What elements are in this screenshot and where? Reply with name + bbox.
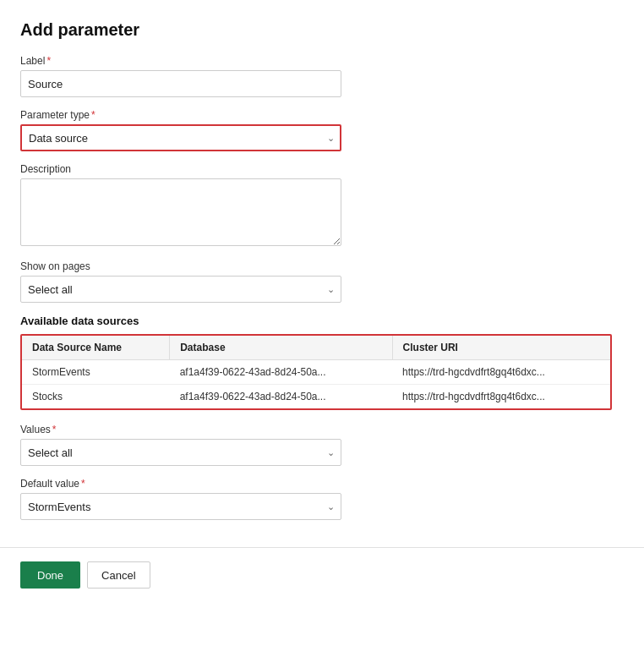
label-group: Label*: [20, 55, 622, 97]
cancel-button[interactable]: Cancel: [87, 561, 150, 589]
show-on-pages-wrapper: Select all ⌄: [20, 276, 341, 303]
col-header-name: Data Source Name: [22, 336, 170, 360]
data-table-wrapper: Data Source Name Database Cluster URI St…: [20, 334, 612, 410]
row-cluster-uri: https://trd-hgcdvdfrt8gq4t6dxc...: [392, 360, 610, 385]
required-star-type: *: [91, 109, 96, 121]
values-label: Values*: [20, 424, 622, 435]
parameter-type-label: Parameter type*: [20, 109, 622, 121]
default-value-group: Default value* StormEvents ⌄: [20, 478, 622, 520]
required-star: *: [46, 55, 51, 67]
table-row[interactable]: Stocks af1a4f39-0622-43ad-8d24-50a... ht…: [22, 385, 610, 409]
data-sources-table: Data Source Name Database Cluster URI St…: [22, 336, 610, 408]
default-value-select[interactable]: StormEvents: [20, 493, 341, 520]
col-header-database: Database: [170, 336, 392, 360]
label-input[interactable]: [20, 70, 341, 97]
row-name: StormEvents: [22, 360, 170, 385]
label-field-label: Label*: [20, 55, 622, 67]
parameter-type-wrapper: Data source ⌄: [20, 124, 341, 151]
required-star-default: *: [81, 478, 85, 490]
description-label: Description: [20, 163, 622, 175]
page-title: Add parameter: [20, 20, 622, 40]
done-button[interactable]: Done: [20, 561, 80, 589]
default-value-label: Default value*: [20, 478, 622, 490]
footer-bar: Done Cancel: [0, 547, 644, 602]
parameter-type-group: Parameter type* Data source ⌄: [20, 109, 622, 151]
col-header-cluster-uri: Cluster URI: [392, 336, 610, 360]
required-star-values: *: [52, 424, 57, 435]
parameter-type-select[interactable]: Data source: [20, 124, 341, 151]
default-value-wrapper: StormEvents ⌄: [20, 493, 341, 520]
table-row[interactable]: StormEvents af1a4f39-0622-43ad-8d24-50a.…: [22, 360, 610, 385]
row-database: af1a4f39-0622-43ad-8d24-50a...: [170, 360, 392, 385]
description-group: Description: [20, 163, 622, 249]
available-data-sources-group: Available data sources Data Source Name …: [20, 315, 622, 410]
values-wrapper: Select all ⌄: [20, 439, 341, 466]
show-on-pages-select[interactable]: Select all: [20, 276, 341, 303]
row-database: af1a4f39-0622-43ad-8d24-50a...: [170, 385, 392, 409]
values-group: Values* Select all ⌄: [20, 424, 622, 466]
values-select[interactable]: Select all: [20, 439, 341, 466]
available-data-sources-label: Available data sources: [20, 315, 622, 327]
row-cluster-uri: https://trd-hgcdvdfrt8gq4t6dxc...: [392, 385, 610, 409]
show-on-pages-group: Show on pages Select all ⌄: [20, 260, 622, 303]
row-name: Stocks: [22, 385, 170, 409]
description-textarea[interactable]: [20, 178, 341, 246]
show-on-pages-label: Show on pages: [20, 260, 622, 272]
